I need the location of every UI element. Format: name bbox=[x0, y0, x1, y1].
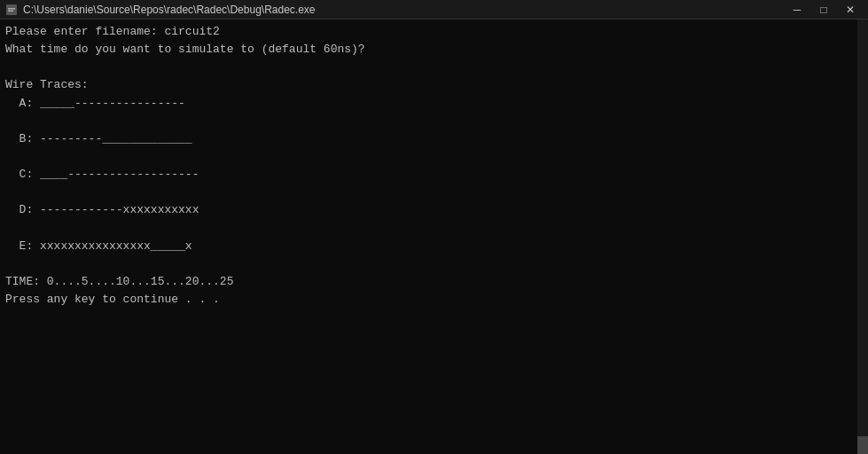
maximize-button[interactable]: □ bbox=[811, 2, 836, 18]
console-line: TIME: 0....5....10...15...20...25 bbox=[5, 273, 863, 291]
scrollbar[interactable] bbox=[857, 20, 868, 454]
console-line: A: _____---------------- bbox=[5, 95, 863, 113]
console-line: Wire Traces: bbox=[5, 76, 863, 94]
console-line: Please enter filename: circuit2 bbox=[5, 23, 863, 41]
console-line: Press any key to continue . . . bbox=[5, 291, 863, 309]
console-line bbox=[5, 59, 863, 76]
console-line: What time do you want to simulate to (de… bbox=[5, 41, 863, 59]
console-line bbox=[5, 220, 863, 238]
svg-rect-2 bbox=[8, 10, 13, 12]
title-bar: C:\Users\danie\Source\Repos\radec\Radec\… bbox=[0, 0, 868, 20]
console-line bbox=[5, 184, 863, 201]
close-button[interactable]: ✕ bbox=[838, 2, 863, 18]
console-area: Please enter filename: circuit2What time… bbox=[0, 20, 868, 454]
scrollbar-thumb[interactable] bbox=[857, 436, 868, 454]
title-bar-text: C:\Users\danie\Source\Repos\radec\Radec\… bbox=[23, 4, 316, 16]
svg-rect-0 bbox=[6, 4, 17, 15]
title-bar-controls: ─ □ ✕ bbox=[785, 2, 863, 18]
console-line bbox=[5, 255, 863, 273]
console-line: E: xxxxxxxxxxxxxxxx_____x bbox=[5, 238, 863, 255]
app-icon bbox=[5, 4, 18, 16]
console-line bbox=[5, 148, 863, 166]
minimize-button[interactable]: ─ bbox=[785, 2, 809, 18]
console-line bbox=[5, 113, 863, 130]
console-line: B: ---------_____________ bbox=[5, 130, 863, 148]
window: C:\Users\danie\Source\Repos\radec\Radec\… bbox=[0, 0, 868, 454]
title-bar-left: C:\Users\danie\Source\Repos\radec\Radec\… bbox=[5, 4, 316, 16]
console-line: C: ____------------------- bbox=[5, 166, 863, 184]
svg-rect-1 bbox=[8, 8, 15, 10]
console-line: D: ------------xxxxxxxxxxx bbox=[5, 201, 863, 219]
